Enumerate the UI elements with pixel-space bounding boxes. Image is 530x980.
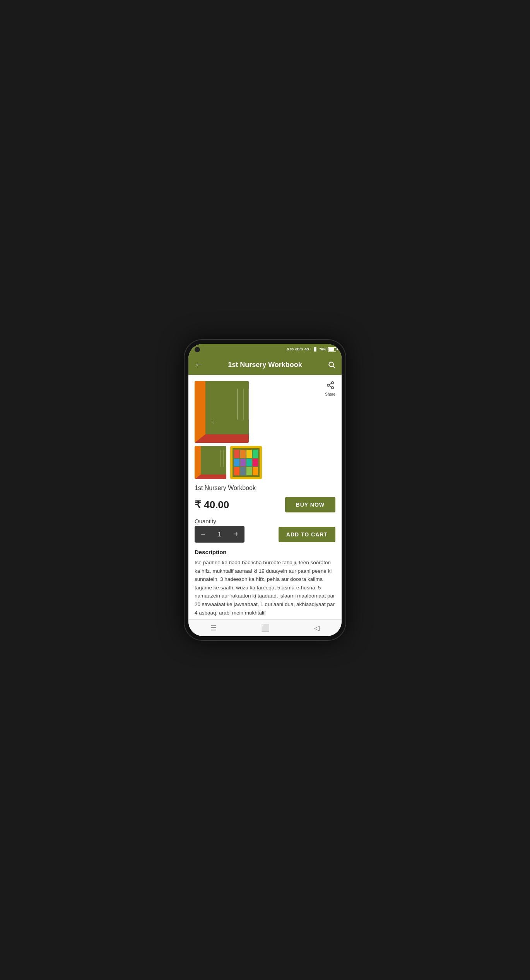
color-swatch (240, 450, 246, 458)
thumbnail-row (195, 446, 335, 479)
color-swatch (240, 459, 246, 467)
color-swatch (246, 450, 252, 458)
status-bar: 0.00 KB/S 4G+ ▐▌ 76% (188, 344, 342, 355)
buy-now-button[interactable]: BUY NOW (285, 497, 335, 512)
back-button[interactable]: ← (195, 360, 207, 370)
quantity-decrease-button[interactable]: − (195, 526, 212, 543)
battery-percent: 76% (319, 347, 326, 351)
search-button[interactable] (323, 361, 335, 369)
navigation-bar: ☰ ⬜ ◁ (188, 619, 342, 636)
add-to-cart-button[interactable]: ADD TO CART (279, 527, 335, 542)
product-content: Share دیبات 1st Nursery Workbook (188, 375, 342, 619)
color-swatch (253, 467, 258, 475)
quantity-label: Quantity (195, 518, 335, 524)
color-swatch (253, 459, 258, 467)
product-gallery: Share دیبات (195, 381, 335, 479)
svg-line-6 (329, 383, 332, 385)
thumbnail-1[interactable] (195, 446, 226, 479)
quantity-controls: − 1 + (195, 526, 244, 543)
thumbnail-2[interactable] (230, 446, 262, 479)
svg-line-5 (329, 386, 332, 387)
share-button[interactable]: Share (325, 381, 335, 396)
home-nav-icon[interactable]: ⬜ (261, 624, 270, 632)
description-section: Description Ise padhne ke baad bachcha h… (195, 549, 335, 617)
color-swatch (234, 450, 239, 458)
page-title: 1st Nursery Workbook (207, 361, 323, 369)
signal-bars: ▐▌ (313, 347, 318, 351)
share-label: Share (325, 392, 335, 396)
color-swatch (240, 467, 246, 475)
price-row: ₹ 40.00 BUY NOW (195, 497, 335, 512)
app-header: ← 1st Nursery Workbook (188, 355, 342, 375)
battery-icon (328, 347, 336, 352)
color-swatch (253, 450, 258, 458)
description-body: Ise padhne ke baad bachcha huroofe tahaj… (195, 558, 335, 617)
color-swatch (246, 459, 252, 467)
svg-line-1 (333, 366, 335, 368)
main-product-image: دیبات (195, 381, 249, 443)
product-title: 1st Nursery Workbook (195, 485, 335, 492)
color-swatch (246, 467, 252, 475)
product-price: ₹ 40.00 (195, 499, 229, 511)
quantity-section: Quantity − 1 + ADD TO CART (195, 518, 335, 543)
network-indicator: 4G+ (304, 347, 311, 351)
color-swatch (234, 459, 239, 467)
speed-indicator: 0.00 KB/S (287, 347, 303, 351)
back-nav-icon[interactable]: ◁ (314, 624, 320, 632)
color-swatch (234, 467, 239, 475)
menu-nav-icon[interactable]: ☰ (210, 624, 217, 632)
quantity-increase-button[interactable]: + (227, 526, 244, 543)
quantity-value: 1 (212, 531, 227, 538)
description-heading: Description (195, 549, 335, 555)
share-icon (326, 381, 335, 391)
